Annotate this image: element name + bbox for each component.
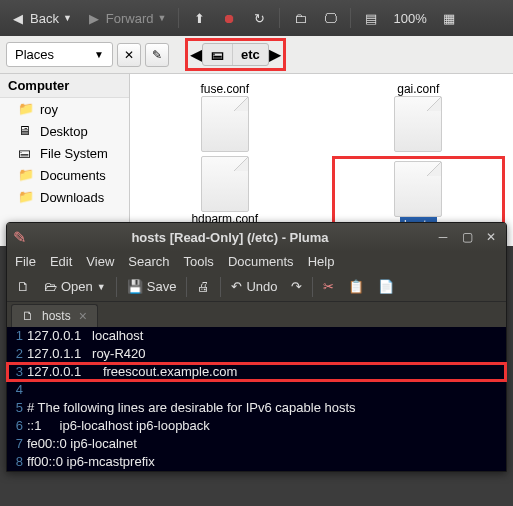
grid-icon: ▦ <box>441 10 457 26</box>
edit-path-button[interactable]: ✎ <box>145 43 169 67</box>
file-item[interactable]: fuse.conf <box>138 82 312 152</box>
copy-button[interactable]: 📋 <box>344 276 368 297</box>
close-places-button[interactable]: ✕ <box>117 43 141 67</box>
home-button[interactable]: 🗀 <box>286 6 314 30</box>
file-label: fuse.conf <box>200 82 249 96</box>
main-toolbar: ◀ Back ▼ ▶ Forward ▼ ⬆ ⏺ ↻ 🗀 🖵 ▤ 100% ▦ <box>0 0 513 36</box>
tab-label: hosts <box>42 309 71 323</box>
sidebar-item-desktop[interactable]: 🖥Desktop <box>0 120 129 142</box>
file-icon <box>394 161 442 217</box>
dropdown-icon: ▼ <box>63 13 72 23</box>
print-icon: 🖨 <box>197 279 210 294</box>
file-manager: Places ▼ ✕ ✎ ◀ 🖴 etc ▶ Computer 📁roy 🖥De… <box>0 36 513 226</box>
menu-help[interactable]: Help <box>308 254 335 269</box>
menu-search[interactable]: Search <box>128 254 169 269</box>
drive-icon: 🖴 <box>211 47 224 62</box>
open-button[interactable]: 🗁Open▼ <box>40 276 110 297</box>
forward-label: Forward <box>106 11 154 26</box>
save-label: Save <box>147 279 177 294</box>
sidebar: Computer 📁roy 🖥Desktop 🖴File System 📁Doc… <box>0 74 130 246</box>
sidebar-header: Computer <box>0 74 129 98</box>
undo-icon: ↶ <box>231 279 242 294</box>
list-view-button[interactable]: ▤ <box>357 6 385 30</box>
editor-toolbar: 🗋 🗁Open▼ 💾Save 🖨 ↶Undo ↷ ✂ 📋 📄 <box>7 272 506 302</box>
sidebar-item-roy[interactable]: 📁roy <box>0 98 129 120</box>
drive-icon: 🖴 <box>18 145 34 161</box>
menu-view[interactable]: View <box>86 254 114 269</box>
minimize-button[interactable]: ─ <box>434 228 452 246</box>
stop-button[interactable]: ⏺ <box>215 6 243 30</box>
window-title: hosts [Read-Only] (/etc) - Pluma <box>32 230 428 245</box>
folder-icon: 📁 <box>18 101 34 117</box>
menu-tools[interactable]: Tools <box>184 254 214 269</box>
arrow-right-icon: ▶ <box>86 10 102 26</box>
save-button[interactable]: 💾Save <box>123 276 181 297</box>
up-button[interactable]: ⬆ <box>185 6 213 30</box>
open-icon: 🗁 <box>44 279 57 294</box>
code-text: # The following lines are desirable for … <box>27 399 356 417</box>
computer-button[interactable]: 🖵 <box>316 6 344 30</box>
redo-button[interactable]: ↷ <box>287 276 306 297</box>
sidebar-item-label: Documents <box>40 168 106 183</box>
maximize-button[interactable]: ▢ <box>458 228 476 246</box>
paste-button[interactable]: 📄 <box>374 276 398 297</box>
forward-button[interactable]: ▶ Forward ▼ <box>80 6 173 30</box>
sidebar-item-filesystem[interactable]: 🖴File System <box>0 142 129 164</box>
copy-icon: 📋 <box>348 279 364 294</box>
tab-hosts[interactable]: 🗋 hosts × <box>11 304 98 327</box>
line-number: 5 <box>7 399 27 417</box>
code-area[interactable]: 1127.0.0.1 localhost 2127.0.1.1 roy-R420… <box>7 327 506 471</box>
line-number: 1 <box>7 327 27 345</box>
places-combo[interactable]: Places ▼ <box>6 42 113 67</box>
file-item[interactable]: gai.conf <box>332 82 506 152</box>
close-icon: ✕ <box>124 48 134 62</box>
zoom-label: 100% <box>387 7 432 30</box>
line-number: 6 <box>7 417 27 435</box>
folder-icon: 📁 <box>18 189 34 205</box>
undo-button[interactable]: ↶Undo <box>227 276 281 297</box>
file-icon <box>201 96 249 152</box>
save-icon: 💾 <box>127 279 143 294</box>
menu-edit[interactable]: Edit <box>50 254 72 269</box>
new-button[interactable]: 🗋 <box>13 276 34 297</box>
arrow-left-icon: ◀ <box>10 10 26 26</box>
sidebar-item-label: Desktop <box>40 124 88 139</box>
breadcrumb-prev[interactable]: ◀ <box>190 45 202 64</box>
files-pane[interactable]: fuse.conf gai.conf hdparm.conf hosts <box>130 74 513 246</box>
sidebar-item-label: roy <box>40 102 58 117</box>
redo-icon: ↷ <box>291 279 302 294</box>
code-text: 127.0.0.1 freescout.example.com <box>27 363 237 381</box>
code-text: ::1 ip6-localhost ip6-loopback <box>27 417 210 435</box>
close-button[interactable]: ✕ <box>482 228 500 246</box>
menu-file[interactable]: File <box>15 254 36 269</box>
reload-icon: ↻ <box>251 10 267 26</box>
print-button[interactable]: 🖨 <box>193 276 214 297</box>
chevron-down-icon: ▼ <box>97 282 106 292</box>
breadcrumb-root[interactable]: 🖴 <box>203 44 232 65</box>
stop-icon: ⏺ <box>221 10 237 26</box>
menu-documents[interactable]: Documents <box>228 254 294 269</box>
open-label: Open <box>61 279 93 294</box>
sidebar-item-documents[interactable]: 📁Documents <box>0 164 129 186</box>
line-number: 4 <box>7 381 27 399</box>
reload-button[interactable]: ↻ <box>245 6 273 30</box>
code-text: 127.0.1.1 roy-R420 <box>27 345 146 363</box>
places-label: Places <box>15 47 54 62</box>
breadcrumb-etc[interactable]: etc <box>232 44 268 65</box>
menubar: File Edit View Search Tools Documents He… <box>7 251 506 272</box>
tab-close-icon[interactable]: × <box>79 308 87 324</box>
back-button[interactable]: ◀ Back ▼ <box>4 6 78 30</box>
zoom-in-button[interactable]: ▦ <box>435 6 463 30</box>
cut-button[interactable]: ✂ <box>319 276 338 297</box>
editor-window: ✎ hosts [Read-Only] (/etc) - Pluma ─ ▢ ✕… <box>6 222 507 472</box>
computer-icon: 🖵 <box>322 10 338 26</box>
list-icon: ▤ <box>363 10 379 26</box>
code-text: 127.0.0.1 localhost <box>27 327 143 345</box>
line-number: 8 <box>7 453 27 471</box>
file-label: gai.conf <box>397 82 439 96</box>
sidebar-item-downloads[interactable]: 📁Downloads <box>0 186 129 208</box>
titlebar[interactable]: ✎ hosts [Read-Only] (/etc) - Pluma ─ ▢ ✕ <box>7 223 506 251</box>
file-icon <box>394 96 442 152</box>
breadcrumb-next[interactable]: ▶ <box>269 45 281 64</box>
breadcrumb: 🖴 etc <box>202 43 269 66</box>
